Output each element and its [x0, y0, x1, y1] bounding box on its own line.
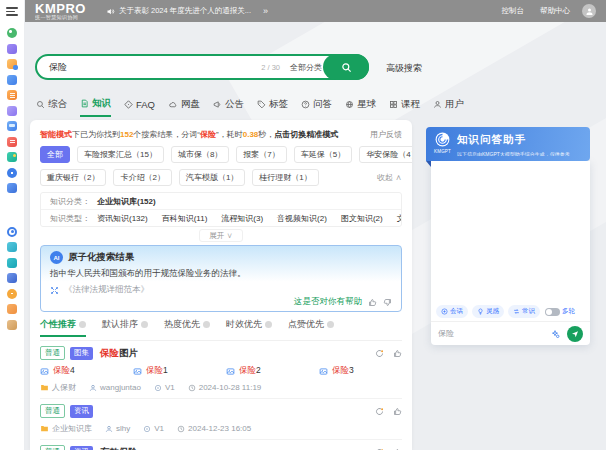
cube-app-icon[interactable]: [7, 183, 17, 193]
chip[interactable]: 卡介绍（2）: [113, 169, 171, 186]
briefcase-app-icon[interactable]: [7, 75, 17, 85]
chip[interactable]: 桂行理财（1）: [252, 169, 318, 186]
tab-qa[interactable]: 问答: [301, 97, 332, 117]
monitor-app-icon[interactable]: [7, 121, 17, 131]
multi-turn-toggle[interactable]: 多轮: [545, 307, 575, 316]
tab-drive[interactable]: 网盘: [168, 97, 200, 117]
book-app-icon[interactable]: [7, 44, 17, 54]
chat-subtitle: 以下信息由KMGPT大模型助手综合生成，仅供参考: [457, 151, 570, 156]
sort-tabs: 个性推荐 默认排序 热度优先 时效优先 点赞优先: [40, 318, 402, 337]
similar-icon[interactable]: [375, 407, 384, 416]
chat-app-icon[interactable]: [7, 28, 17, 38]
facet-type[interactable]: 流程知识(3): [221, 213, 263, 224]
facet-type[interactable]: 百科知识(11): [162, 213, 208, 224]
phone-app-icon[interactable]: [7, 258, 17, 268]
facet-type[interactable]: 图文知识(2): [341, 213, 383, 224]
notebook-app-icon[interactable]: [7, 137, 17, 147]
message-app-icon[interactable]: [7, 59, 17, 69]
version-icon: [154, 384, 162, 392]
collapse-link[interactable]: 收起 ∧: [377, 172, 402, 183]
portrait-app-icon[interactable]: [7, 320, 17, 330]
search-input[interactable]: 保险: [49, 61, 67, 74]
tab-user[interactable]: 用户: [433, 97, 464, 117]
chip[interactable]: 华安保险（4）: [359, 146, 412, 163]
chip[interactable]: 报案（7）: [236, 146, 286, 163]
switch-mode-link[interactable]: 点击切换精准模式: [274, 129, 338, 140]
thumbs-up-icon[interactable]: [393, 407, 402, 416]
sort-likes[interactable]: 点赞优先: [288, 318, 334, 335]
ai-card-source[interactable]: 《法律法规详细范本》: [50, 284, 392, 296]
sort-time[interactable]: 时效优先: [226, 318, 272, 335]
sort-hot[interactable]: 热度优先: [164, 318, 210, 335]
user-app-icon[interactable]: [7, 273, 17, 283]
advanced-search-link[interactable]: 高级搜索: [386, 62, 422, 75]
chat-input[interactable]: 保险: [438, 328, 454, 339]
similar-icon[interactable]: [375, 349, 384, 358]
tab-label[interactable]: 标签: [257, 97, 288, 117]
session-button[interactable]: 会话: [436, 305, 468, 318]
image-item[interactable]: 保险3: [319, 365, 412, 377]
image-item[interactable]: 保险1: [133, 365, 226, 377]
search-button[interactable]: [323, 54, 369, 80]
filter-chips-row2: 重庆银行（2） 卡介绍（2） 汽车模版（1） 桂行理财（1） 收起 ∧: [40, 169, 402, 186]
facet-category-value[interactable]: 企业知识库(152): [97, 196, 156, 207]
chip[interactable]: 车延保（5）: [294, 146, 352, 163]
thumbs-up-icon[interactable]: [368, 298, 377, 307]
image-item[interactable]: 保险2: [226, 365, 319, 377]
speaker-icon: [106, 7, 115, 16]
sort-default[interactable]: 默认排序: [102, 318, 148, 335]
author-meta[interactable]: wangjuntao: [89, 383, 141, 392]
settings-spark-icon[interactable]: [550, 329, 560, 339]
facet-type[interactable]: 音视频知识(2): [277, 213, 327, 224]
help-center-link[interactable]: 帮助中心: [540, 6, 570, 16]
image-item[interactable]: 保险4: [40, 365, 133, 377]
result-title[interactable]: 存款保险: [100, 446, 138, 450]
coin-app-icon[interactable]: [7, 289, 17, 299]
result-title[interactable]: 保险图片: [100, 347, 138, 360]
magnifier-icon: [36, 100, 45, 109]
logo[interactable]: KMPRO 统一智慧知识协同: [35, 3, 86, 20]
announcement-bar[interactable]: 关于表彰 2024 年度先进个人的通报关... »: [106, 6, 268, 16]
toggle-switch[interactable]: [545, 308, 560, 316]
chip-all[interactable]: 全部: [40, 146, 70, 163]
chat2-app-icon[interactable]: [7, 242, 17, 252]
thumbs-down-icon[interactable]: [383, 298, 392, 307]
announcement-more-icon[interactable]: »: [263, 6, 268, 16]
tab-overall[interactable]: 综合: [36, 97, 67, 117]
chip[interactable]: 汽车模版（1）: [179, 169, 245, 186]
folder-meta[interactable]: 人保财: [40, 382, 76, 393]
chip[interactable]: 城市保（8）: [171, 146, 229, 163]
box-app-icon[interactable]: [7, 304, 17, 314]
expand-button[interactable]: 展开 ∨: [199, 229, 243, 242]
document-app-icon[interactable]: [7, 90, 17, 100]
sort-personalized[interactable]: 个性推荐: [40, 318, 86, 337]
tab-faq[interactable]: FAQ: [124, 97, 155, 117]
snowflake-app-icon[interactable]: [7, 168, 17, 178]
console-link[interactable]: 控制台: [502, 6, 525, 16]
avatar[interactable]: [582, 4, 596, 18]
tab-announcement[interactable]: 公告: [213, 97, 244, 117]
folder-meta[interactable]: 企业知识库: [40, 423, 92, 434]
chip[interactable]: 重庆银行（2）: [40, 169, 106, 186]
tab-course[interactable]: 课程: [389, 97, 420, 117]
facet-type[interactable]: 资讯知识(132): [97, 213, 148, 224]
feedback-link[interactable]: 用户反馈: [370, 129, 402, 140]
facet-category: 知识分类： 企业知识库(152): [41, 193, 401, 209]
menu-icon[interactable]: [6, 7, 18, 16]
thumbs-up-icon[interactable]: [393, 349, 402, 358]
image-icon: [226, 367, 235, 376]
inspiration-button[interactable]: 灵感: [472, 305, 504, 318]
hexagon-app-icon[interactable]: [7, 227, 17, 237]
author-meta[interactable]: slhy: [105, 424, 130, 433]
tag-icon: [257, 100, 266, 109]
send-button[interactable]: [567, 326, 583, 342]
facet-type[interactable]: 文档知识(2): [397, 213, 401, 224]
ai-card-body: 指中华人民共和国颁布的用于规范保险业务的法律。: [50, 268, 392, 280]
bag-app-icon[interactable]: [7, 106, 17, 116]
knowledge-button[interactable]: 常识: [508, 305, 540, 318]
chip[interactable]: 车险报案汇总（15）: [77, 146, 164, 163]
tab-planet[interactable]: 星球: [345, 97, 376, 117]
announcement-text[interactable]: 关于表彰 2024 年度先进个人的通报关...: [119, 6, 251, 16]
map-app-icon[interactable]: [7, 152, 17, 162]
tab-knowledge[interactable]: 知识: [80, 97, 111, 117]
